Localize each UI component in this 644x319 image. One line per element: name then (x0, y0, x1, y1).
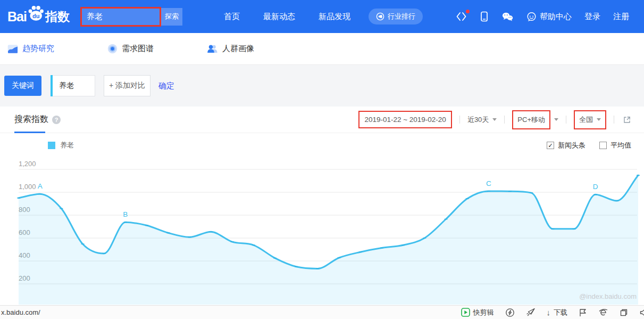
news-headlines-label: 新闻头条 (558, 141, 586, 150)
quick-clip-icon (461, 308, 470, 317)
tab-trend-research-label: 趋势研究 (22, 44, 54, 54)
search-input[interactable] (80, 7, 161, 27)
legend-swatch (48, 142, 55, 149)
ie-browser-icon[interactable] (598, 308, 608, 317)
navbar-right: 帮助中心 登录 注册 (456, 11, 629, 22)
svg-text:D: D (593, 183, 598, 191)
legend-label: 养老 (60, 141, 74, 150)
panel-header: 搜索指数 2019-01-22 ~ 2019-02-20 近30天 PC+移动 … (0, 107, 644, 133)
download-label: 下载 (554, 308, 567, 317)
notification-dot (466, 10, 470, 13)
svg-text:C: C (486, 179, 491, 187)
nav-new-products[interactable]: 新品发现 (319, 12, 350, 22)
quick-clip-button[interactable]: 快剪辑 (461, 308, 494, 317)
help-center-link[interactable]: 帮助中心 (526, 12, 572, 22)
mobile-app-icon[interactable] (480, 11, 489, 22)
baidu-index-logo[interactable]: Bai du 指数 (7, 5, 70, 28)
industry-ranking-label: 行业排行 (388, 12, 415, 21)
svg-text:A: A (38, 182, 43, 190)
speaker-icon[interactable] (639, 308, 644, 317)
news-headlines-checkbox[interactable]: 新闻头条 (547, 141, 586, 150)
period-dropdown[interactable]: 近30天 (467, 115, 497, 125)
download-arrow-icon: ↓ (547, 308, 551, 317)
search-index-panel: 搜索指数 2019-01-22 ~ 2019-02-20 近30天 PC+移动 … (0, 107, 644, 305)
baidu-index-page: { "navbar": { "logo": {"bai": "Bai", "du… (0, 0, 644, 319)
series-legend[interactable]: 养老 (48, 141, 74, 150)
flag-icon[interactable] (579, 308, 587, 317)
status-url: x.baidu.com/ (1, 308, 40, 316)
region-label: 全国 (579, 115, 593, 125)
keyword-bar: 关键词 养老 + 添加对比 确定 (0, 65, 644, 107)
device-dropdown[interactable]: PC+移动 (512, 110, 558, 129)
chevron-down-icon (554, 118, 558, 121)
industry-ranking-button[interactable]: 行业排行 (369, 9, 423, 24)
register-link[interactable]: 注册 (613, 12, 629, 22)
svg-text:1,000: 1,000 (19, 183, 36, 191)
region-dropdown[interactable]: 全国 (574, 110, 606, 129)
logo-bai-text: Bai (7, 9, 27, 24)
divider (614, 116, 614, 124)
sub-navbar: 趋势研究 需求图谱 人群画像 (0, 33, 644, 65)
checkbox-unchecked-icon (599, 142, 607, 149)
chart-area[interactable]: 2004006008001,0001,200ABCD @index.baidu.… (0, 158, 644, 305)
tab-search-index[interactable]: 搜索指数 (14, 114, 61, 125)
help-question-icon[interactable] (52, 116, 61, 124)
trend-chart-icon (7, 44, 18, 54)
keyword-chip[interactable]: 养老 (51, 75, 95, 96)
restore-window-icon[interactable] (620, 308, 628, 317)
tab-trend-research[interactable]: 趋势研究 (7, 44, 54, 54)
status-icons: 快剪辑 ↓ 下载 (461, 308, 644, 317)
speed-mode-icon[interactable] (505, 308, 515, 317)
svg-text:B: B (123, 210, 128, 218)
checkbox-checked-icon (547, 142, 554, 149)
date-range-picker[interactable]: 2019-01-22 ~ 2019-02-20 (358, 111, 452, 128)
search-area: 探索 (80, 7, 182, 27)
svg-text:du: du (32, 13, 39, 19)
divider (504, 116, 505, 124)
nav-latest-news[interactable]: 最新动态 (263, 12, 295, 22)
period-label: 近30天 (467, 115, 489, 125)
download-button[interactable]: ↓ 下载 (547, 308, 568, 317)
api-code-icon[interactable] (456, 12, 467, 21)
tab-audience-profile-label: 人群画像 (222, 44, 254, 54)
active-tab-underline (14, 132, 45, 133)
average-value-label: 平均值 (610, 141, 631, 150)
help-center-label: 帮助中心 (540, 12, 572, 22)
tab-demand-map-label: 需求图谱 (122, 44, 154, 54)
external-link-icon[interactable] (623, 116, 631, 124)
chevron-down-icon (597, 118, 601, 121)
megaphone-icon (376, 12, 384, 21)
people-icon (207, 44, 218, 53)
divider (459, 116, 460, 124)
top-navbar: Bai du 指数 探索 首页 最新动态 新品发现 (0, 0, 644, 33)
help-chat-icon (526, 12, 537, 22)
main-nav: 首页 最新动态 新品发现 (224, 12, 350, 22)
nav-home[interactable]: 首页 (224, 12, 240, 22)
overlay-checkboxes: 新闻头条 平均值 (547, 141, 631, 150)
legend-row: 养老 新闻头条 平均值 (0, 133, 644, 158)
search-index-chart: 2004006008001,0001,200ABCD (0, 158, 644, 305)
tab-audience-profile[interactable]: 人群画像 (207, 44, 254, 54)
radar-dot-icon (107, 44, 118, 54)
logo-suffix-text: 指数 (45, 9, 70, 25)
tab-search-index-label: 搜索指数 (14, 114, 48, 125)
browser-status-bar: x.baidu.com/ 快剪辑 ↓ (0, 305, 644, 319)
login-link[interactable]: 登录 (584, 12, 600, 22)
baidu-paw-icon: du (27, 5, 45, 23)
svg-text:1,200: 1,200 (19, 160, 36, 168)
watermark: @index.baidu.com (579, 292, 637, 300)
chevron-down-icon (492, 118, 497, 121)
search-button[interactable]: 探索 (161, 8, 182, 26)
wechat-icon[interactable] (501, 12, 514, 22)
chart-controls: 2019-01-22 ~ 2019-02-20 近30天 PC+移动 全国 (358, 110, 631, 129)
rocket-icon[interactable] (526, 308, 536, 317)
device-label: PC+移动 (512, 110, 550, 129)
quick-clip-label: 快剪辑 (473, 308, 494, 317)
add-compare-button[interactable]: + 添加对比 (104, 75, 150, 96)
keyword-button[interactable]: 关键词 (4, 76, 41, 96)
divider (566, 116, 566, 124)
confirm-link[interactable]: 确定 (158, 81, 174, 91)
average-value-checkbox[interactable]: 平均值 (599, 141, 631, 150)
tab-demand-map[interactable]: 需求图谱 (107, 44, 154, 54)
